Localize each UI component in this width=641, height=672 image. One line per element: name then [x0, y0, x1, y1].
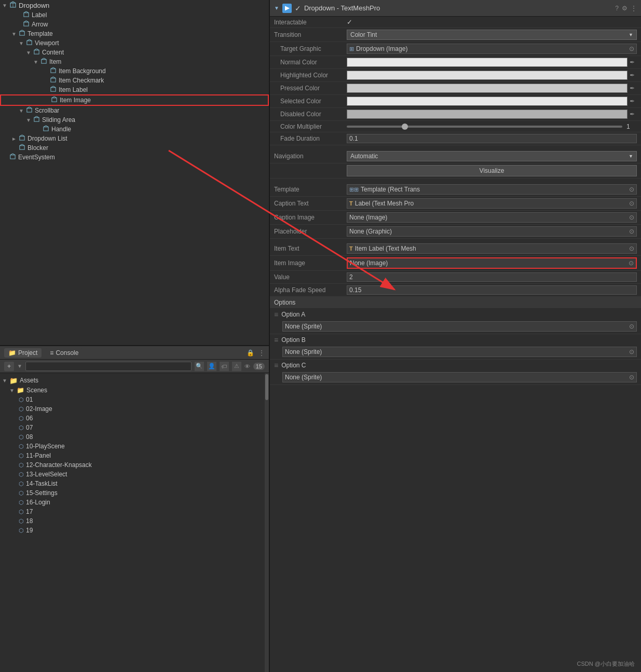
tree-item-dropdown-list[interactable]: ► Dropdown List [0, 134, 269, 143]
prop-row-item-image: Item Image None (Image) ⊙ [270, 256, 641, 271]
scene-11-panel[interactable]: ⬡ 11-Panel [0, 451, 265, 460]
caption-image-select-btn[interactable]: ⊙ [629, 214, 634, 221]
color-multiplier-slider[interactable] [347, 126, 622, 128]
scene-19[interactable]: ⬡ 19 [0, 526, 265, 535]
scene-01[interactable]: ⬡ 01 [0, 395, 265, 404]
item-text-select-btn[interactable]: ⊙ [629, 245, 634, 252]
scene-10-playscene[interactable]: ⬡ 10-PlayScene [0, 442, 265, 451]
template-select-btn[interactable]: ⊙ [629, 186, 634, 193]
normal-color-eyedropper[interactable]: ✒ [628, 59, 637, 66]
person-icon-btn[interactable]: 👤 [207, 362, 216, 371]
option-b-sprite-select-btn[interactable]: ⊙ [629, 348, 634, 355]
tree-label-sliding-area: Sliding Area [42, 116, 75, 124]
tree-item-content[interactable]: ▼ Content [0, 48, 269, 57]
settings-icon[interactable]: ⚙ [622, 5, 628, 12]
option-a-sprite-select-btn[interactable]: ⊙ [629, 323, 634, 330]
scene-02-image[interactable]: ⬡ 02-Image [0, 404, 265, 414]
svg-rect-10 [20, 32, 24, 35]
left-panel: ▼ Dropdown Label Arrow ▼ [0, 0, 270, 672]
value-input[interactable] [347, 272, 637, 282]
navigation-label: Navigation [274, 153, 347, 160]
collapse-arrow-icon[interactable]: ▼ [274, 5, 279, 11]
scene-icon-10: ⬡ [19, 443, 24, 450]
chevron-down-icon: ▼ [629, 32, 633, 37]
disabled-color-swatch[interactable] [347, 109, 628, 119]
nav-chevron-icon: ▼ [629, 154, 633, 159]
assets-root[interactable]: ▼ 📁 Assets [0, 375, 265, 386]
checkmark-icon[interactable]: ✓ [295, 4, 301, 12]
scene-08[interactable]: ⬡ 08 [0, 432, 265, 442]
navigation-dropdown[interactable]: Automatic ▼ [347, 151, 637, 161]
scene-17[interactable]: ⬡ 17 [0, 507, 265, 516]
visualize-button[interactable]: Visualize [347, 165, 637, 176]
help-icon[interactable]: ? [615, 5, 619, 12]
pressed-color-swatch[interactable] [347, 84, 628, 93]
scene-14-tasklist[interactable]: ⬡ 14-TaskList [0, 479, 265, 488]
scene-06[interactable]: ⬡ 06 [0, 414, 265, 423]
console-icon: ≡ [50, 349, 53, 356]
tree-item-eventsystem[interactable]: EventSystem [0, 153, 269, 162]
selected-color-eyedropper[interactable]: ✒ [628, 98, 637, 105]
option-c-sprite-select-btn[interactable]: ⊙ [629, 374, 634, 381]
caption-text-select-btn[interactable]: ⊙ [629, 200, 634, 207]
tree-item-handle[interactable]: Handle [0, 125, 269, 134]
search-icon-btn[interactable]: 🔍 [195, 362, 204, 371]
tab-project[interactable]: 📁 Project [4, 348, 42, 358]
more-options-icon[interactable]: ⋮ [631, 5, 637, 12]
assets-scrollbar[interactable] [265, 373, 269, 672]
tree-item-sliding-area[interactable]: ▼ Sliding Area [0, 115, 269, 125]
tree-item-scrollbar[interactable]: ▼ Scrollbar [0, 106, 269, 115]
scene-12-character[interactable]: ⬡ 12-Character-Knapsack [0, 460, 265, 470]
more-icon[interactable]: ⋮ [258, 349, 265, 356]
tree-item-template[interactable]: ▼ Template [0, 29, 269, 38]
scene-icon-15: ⬡ [19, 490, 24, 497]
selected-color-swatch[interactable] [347, 97, 628, 106]
interactable-check[interactable]: ✓ [347, 18, 352, 26]
disabled-color-eyedropper[interactable]: ✒ [628, 111, 637, 118]
placeholder-select-btn[interactable]: ⊙ [629, 228, 634, 235]
highlighted-color-swatch[interactable] [347, 71, 628, 80]
tree-item-item-checkmark[interactable]: Item Checkmark [0, 76, 269, 85]
transition-dropdown[interactable]: Color Tint ▼ [347, 30, 637, 40]
alpha-fade-speed-input[interactable] [347, 285, 637, 295]
scenes-folder[interactable]: ▼ 📁 Scenes [0, 386, 265, 395]
tree-item-dropdown[interactable]: ▼ Dropdown [0, 0, 269, 10]
eye-icon[interactable]: 👁 [244, 363, 250, 369]
add-dropdown-icon[interactable]: ▼ [17, 363, 22, 369]
caption-image-field: None (Image) ⊙ [347, 212, 637, 223]
option-a-drag-icon[interactable]: ≡ [274, 310, 278, 319]
normal-color-swatch[interactable] [347, 58, 628, 67]
warning-icon-btn[interactable]: ⚠ [232, 362, 241, 371]
tree-item-blocker[interactable]: Blocker [0, 143, 269, 153]
tag-icon-btn[interactable]: 🏷 [220, 362, 229, 371]
option-c-sprite-row: None (Sprite) ⊙ [270, 371, 641, 385]
target-graphic-select-btn[interactable]: ⊙ [629, 45, 634, 52]
item-image-field[interactable]: None (Image) ⊙ [347, 257, 637, 269]
tree-item-item-image[interactable]: Item Image [0, 94, 269, 106]
scene-13-levelselect[interactable]: ⬡ 13-LevelSelect [0, 470, 265, 479]
tree-item-arrow[interactable]: Arrow [0, 20, 269, 29]
fade-duration-input[interactable] [347, 134, 637, 143]
tab-console[interactable]: ≡ Console [46, 348, 83, 358]
add-button[interactable]: + [4, 362, 14, 371]
tree-item-item-label[interactable]: Item Label [0, 85, 269, 94]
scene-07[interactable]: ⬡ 07 [0, 423, 265, 432]
lock-icon[interactable]: 🔒 [247, 349, 254, 356]
tree-item-item-bg[interactable]: Item Background [0, 66, 269, 76]
search-input[interactable] [25, 362, 192, 371]
watermark-text: CSDN @小白要加油哈 [577, 661, 635, 667]
item-image-select-btn[interactable]: ⊙ [629, 259, 634, 267]
component-toggle-icon[interactable]: ▶ [282, 4, 292, 13]
tree-item-viewport[interactable]: ▼ Viewport [0, 38, 269, 48]
scene-15-settings[interactable]: ⬡ 15-Settings [0, 488, 265, 498]
scene-16-login[interactable]: ⬡ 16-Login [0, 498, 265, 507]
pressed-color-eyedropper[interactable]: ✒ [628, 85, 637, 92]
color-multiplier-label: Color Multiplier [274, 123, 347, 130]
option-c-drag-icon[interactable]: ≡ [274, 361, 278, 369]
scene-18[interactable]: ⬡ 18 [0, 516, 265, 526]
tree-item-label[interactable]: Label [0, 10, 269, 20]
option-b-drag-icon[interactable]: ≡ [274, 336, 278, 344]
highlighted-color-eyedropper[interactable]: ✒ [628, 72, 637, 79]
arrow-open-viewport: ▼ [19, 40, 26, 46]
tree-item-item[interactable]: ▼ Item [0, 57, 269, 66]
